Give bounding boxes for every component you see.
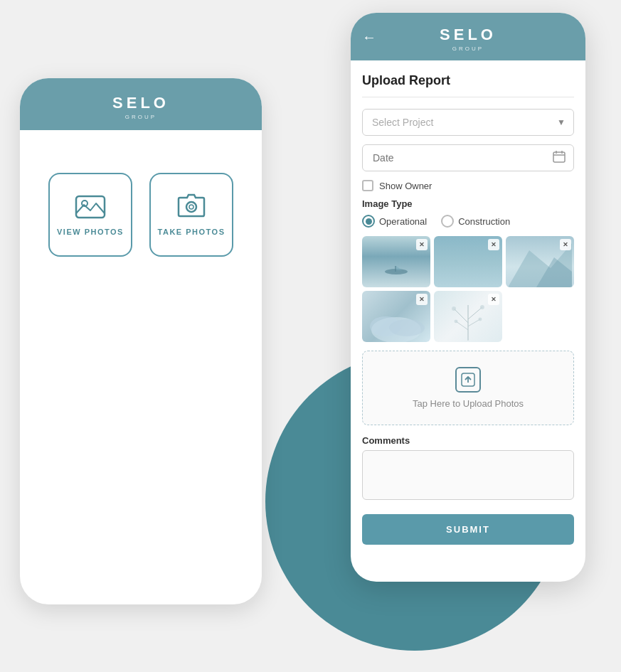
radio-construction-outer <box>441 215 454 228</box>
upload-icon <box>461 373 475 387</box>
svg-line-19 <box>456 321 468 330</box>
svg-point-22 <box>480 305 484 309</box>
right-logo-sub: GROUP <box>452 46 484 52</box>
svg-point-3 <box>189 205 193 209</box>
photo-placeholder <box>506 291 574 342</box>
svg-line-18 <box>468 307 482 319</box>
image-type-title: Image Type <box>362 198 574 209</box>
comments-section: Comments <box>362 435 574 503</box>
upload-zone[interactable]: Tap Here to Upload Photos <box>362 351 574 425</box>
photo-close-3[interactable]: ✕ <box>560 239 571 250</box>
photo-close-1[interactable]: ✕ <box>416 239 428 250</box>
show-owner-label: Show Owner <box>379 181 432 191</box>
left-logo: SELO <box>112 94 169 112</box>
photo-item-5: ✕ <box>434 291 502 342</box>
radio-group: Operational Construction <box>362 215 574 228</box>
svg-line-20 <box>468 319 480 326</box>
select-project-input[interactable]: Project 1 Project 2 <box>362 109 574 136</box>
show-owner-checkbox[interactable] <box>362 180 373 191</box>
photo-close-5[interactable]: ✕ <box>488 294 499 305</box>
left-phone: SELO GROUP VIEW PHOTOS TAKE PHOTOS <box>20 78 262 604</box>
date-group <box>362 144 574 171</box>
photo-grid-row2: ✕ ✕ <box>362 291 574 342</box>
calendar-icon <box>553 150 566 166</box>
upload-icon-box <box>455 367 481 393</box>
take-photos-label: TAKE PHOTOS <box>158 228 225 236</box>
back-arrow-icon[interactable]: ← <box>362 28 376 45</box>
svg-rect-9 <box>395 266 396 272</box>
photo-item-1: ✕ <box>362 236 430 287</box>
svg-point-21 <box>452 306 456 311</box>
comments-textarea[interactable] <box>362 450 574 500</box>
svg-rect-0 <box>76 196 105 218</box>
date-wrapper <box>362 144 574 171</box>
image-type-section: Image Type Operational Construction <box>362 198 574 228</box>
svg-point-23 <box>455 319 458 323</box>
date-input[interactable] <box>362 144 574 171</box>
photo-item-2: ✕ <box>434 236 502 287</box>
right-phone-header: ← SELO GROUP <box>351 13 585 60</box>
radio-construction-label: Construction <box>458 216 510 227</box>
svg-point-2 <box>186 202 196 212</box>
radio-operational[interactable]: Operational <box>362 215 427 228</box>
radio-construction[interactable]: Construction <box>441 215 510 228</box>
right-phone: ← SELO GROUP Upload Report Project 1 Pro… <box>351 13 585 582</box>
left-logo-sub: GROUP <box>125 114 156 120</box>
left-phone-header: SELO GROUP <box>20 78 262 130</box>
right-logo: SELO <box>440 26 497 44</box>
select-project-wrapper: Project 1 Project 2 Select Project ▼ <box>362 109 574 136</box>
photo-item-4: ✕ <box>362 291 430 342</box>
show-owner-row: Show Owner <box>362 180 574 191</box>
plant-shape <box>441 294 496 341</box>
svg-rect-4 <box>553 152 565 162</box>
image-icon <box>75 193 106 220</box>
radio-operational-outer <box>362 215 375 228</box>
boat-shape <box>383 265 409 274</box>
view-photos-button[interactable]: VIEW PHOTOS <box>48 173 132 257</box>
select-project-group: Project 1 Project 2 Select Project ▼ <box>362 109 574 136</box>
camera-icon <box>176 193 207 220</box>
svg-marker-10 <box>396 266 402 270</box>
photo-close-4[interactable]: ✕ <box>416 294 428 305</box>
svg-point-24 <box>478 317 482 321</box>
left-phone-buttons: VIEW PHOTOS TAKE PHOTOS <box>31 173 250 257</box>
take-photos-button[interactable]: TAKE PHOTOS <box>149 173 233 257</box>
svg-point-15 <box>389 319 425 336</box>
upload-zone-text: Tap Here to Upload Photos <box>413 398 524 409</box>
photo-close-2[interactable]: ✕ <box>488 239 499 250</box>
submit-button[interactable]: SUBMIT <box>362 514 574 545</box>
right-phone-content: Upload Report Project 1 Project 2 Select… <box>351 60 585 582</box>
page-title: Upload Report <box>362 73 574 97</box>
radio-operational-inner <box>366 218 372 225</box>
photo-item-3: ✕ <box>506 236 574 287</box>
comments-label: Comments <box>362 435 574 446</box>
view-photos-label: VIEW PHOTOS <box>57 228 124 236</box>
radio-operational-label: Operational <box>379 216 427 227</box>
photo-grid-row1: ✕ ✕ ✕ <box>362 236 574 287</box>
